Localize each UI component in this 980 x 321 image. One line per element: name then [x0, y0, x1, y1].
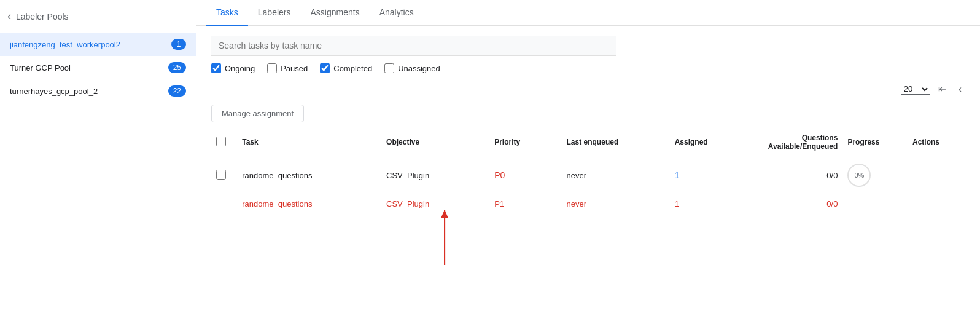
sidebar-item-badge: 22	[168, 85, 186, 97]
filter-completed: Completed	[320, 63, 372, 73]
annotation-actions	[908, 193, 965, 215]
first-page-button[interactable]: ⇤	[935, 81, 950, 97]
annotation-row: randome_questions CSV_Plugin P1 never 1 …	[211, 193, 965, 215]
per-page-select[interactable]: 20 10 50 100	[901, 84, 930, 95]
col-header-assigned: Assigned	[670, 127, 742, 157]
manage-assignment-button[interactable]: Manage assignment	[211, 105, 304, 122]
paused-checkbox[interactable]	[267, 63, 277, 73]
task-name-cell: randome_questions	[237, 157, 381, 194]
sidebar-item-pool3[interactable]: turnerhayes_gcp_pool_2 22	[0, 79, 196, 103]
task-actions-cell	[908, 157, 965, 194]
tasks-table: Task Objective Priority Last enqueued As…	[211, 127, 965, 215]
select-all-checkbox[interactable]	[216, 137, 226, 146]
tab-assignments[interactable]: Assignments	[301, 0, 370, 26]
col-header-task: Task	[237, 127, 381, 157]
ongoing-label: Ongoing	[225, 64, 255, 73]
annotation-questions: 0/0	[742, 193, 842, 215]
assigned-link[interactable]: 1	[675, 170, 680, 180]
unassigned-label: Unassigned	[398, 64, 440, 73]
annotation-progress	[842, 193, 908, 215]
sidebar-item-pool2[interactable]: Turner GCP Pool 25	[0, 56, 196, 79]
sidebar-item-badge: 25	[168, 62, 186, 73]
progress-indicator: 0%	[847, 164, 871, 187]
action-row: Manage assignment	[196, 102, 980, 127]
filter-paused: Paused	[267, 63, 308, 73]
task-progress-cell: 0%	[842, 157, 908, 194]
pagination-row: 20 10 50 100 ⇤ ‹	[196, 78, 980, 102]
sidebar-item-label: jianfengzeng_test_workerpool2	[10, 40, 120, 49]
tab-labelers[interactable]: Labelers	[248, 0, 301, 26]
task-questions-cell: 0/0	[742, 157, 842, 194]
table-header-row: Task Objective Priority Last enqueued As…	[211, 127, 965, 157]
sidebar-item-label: turnerhayes_gcp_pool_2	[10, 87, 98, 96]
annotation-objective: CSV_Plugin	[381, 193, 489, 215]
sidebar-item-badge: 1	[171, 39, 186, 50]
sidebar-item-label: Turner GCP Pool	[10, 63, 71, 73]
sidebar-title: Labeler Pools	[16, 12, 69, 22]
table-area: Task Objective Priority Last enqueued As…	[196, 127, 980, 321]
annotation-task-name: randome_questions	[237, 193, 381, 215]
col-header-objective: Objective	[381, 127, 489, 157]
col-header-priority: Priority	[489, 127, 561, 157]
ongoing-checkbox[interactable]	[211, 63, 221, 73]
priority-value: P0	[494, 170, 505, 180]
prev-page-button[interactable]: ‹	[955, 81, 965, 97]
back-icon: ‹	[7, 10, 11, 23]
annotation-priority: P1	[489, 193, 561, 215]
col-header-questions: Questions Available/Enqueued	[742, 127, 842, 157]
sidebar: ‹ Labeler Pools jianfengzeng_test_worker…	[0, 0, 196, 321]
sidebar-header[interactable]: ‹ Labeler Pools	[0, 0, 196, 33]
task-assigned-cell[interactable]: 1	[670, 157, 742, 194]
toolbar-area: Ongoing Paused Completed Unassigned	[196, 26, 980, 78]
col-header-progress: Progress	[842, 127, 908, 157]
table-row: randome_questions CSV_Plugin P0 never 1 …	[211, 157, 965, 194]
annotation-enqueued: never	[562, 193, 670, 215]
tab-tasks[interactable]: Tasks	[206, 0, 248, 26]
paused-label: Paused	[281, 64, 308, 73]
task-priority-cell: P0	[489, 157, 561, 194]
task-enqueued-cell: never	[562, 157, 670, 194]
filter-row: Ongoing Paused Completed Unassigned	[211, 63, 965, 73]
sidebar-item-pool1[interactable]: jianfengzeng_test_workerpool2 1	[0, 33, 196, 56]
row-checkbox[interactable]	[216, 170, 226, 180]
completed-label: Completed	[333, 64, 372, 73]
annotation-assigned: 1	[670, 193, 742, 215]
tab-analytics[interactable]: Analytics	[370, 0, 424, 26]
filter-ongoing: Ongoing	[211, 63, 255, 73]
completed-checkbox[interactable]	[320, 63, 330, 73]
task-objective-cell: CSV_Plugin	[381, 157, 489, 194]
main-content: Tasks Labelers Assignments Analytics Ong…	[196, 0, 980, 321]
unassigned-checkbox[interactable]	[384, 63, 394, 73]
col-header-actions: Actions	[908, 127, 965, 157]
filter-unassigned: Unassigned	[384, 63, 440, 73]
col-header-enqueued: Last enqueued	[562, 127, 670, 157]
search-input[interactable]	[211, 36, 616, 56]
tab-bar: Tasks Labelers Assignments Analytics	[196, 0, 980, 26]
